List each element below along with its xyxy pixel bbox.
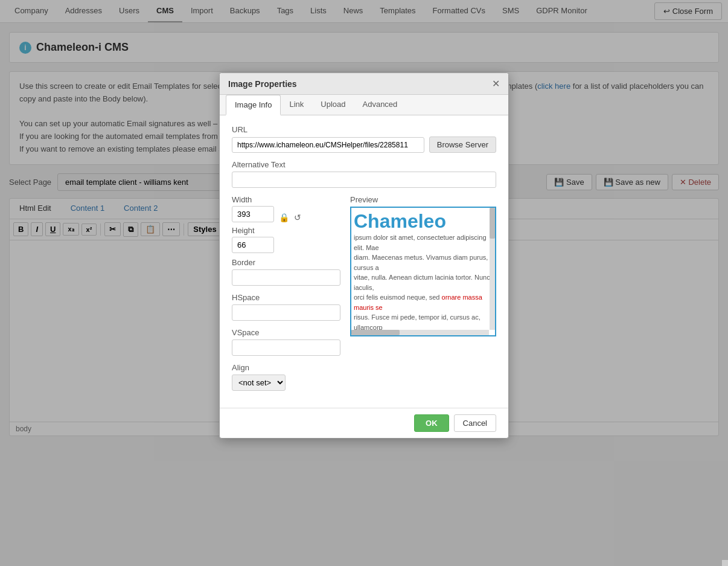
refresh-icon[interactable]: ↺ <box>294 213 301 222</box>
vspace-field-row: VSpace <box>232 328 340 356</box>
height-field: Height <box>232 226 340 253</box>
preview-highlight: ornare massa mauris se <box>354 294 482 311</box>
lock-icon: 🔒 <box>279 213 289 222</box>
modal-overlay: Image Properties ✕ Image Info Link Uploa… <box>0 0 728 445</box>
preview-vscrollbar[interactable] <box>490 208 495 330</box>
width-label: Width <box>232 195 274 204</box>
modal-tab-image-info[interactable]: Image Info <box>226 95 281 115</box>
modal-left-col: Width 🔒 ↺ Height Border <box>232 195 340 398</box>
url-field-row: URL Browse Server <box>232 125 496 153</box>
vspace-label: VSpace <box>232 328 340 337</box>
modal-tab-link[interactable]: Link <box>281 95 312 115</box>
url-row: Browse Server <box>232 137 496 153</box>
width-field: Width <box>232 195 274 222</box>
preview-title: Chameleo <box>354 210 493 233</box>
preview-vscrollbar-thumb <box>490 208 495 239</box>
modal-tabs: Image Info Link Upload Advanced <box>220 95 508 115</box>
hspace-input[interactable] <box>232 304 340 321</box>
ok-button[interactable]: OK <box>414 414 449 432</box>
modal-tab-upload[interactable]: Upload <box>312 95 354 115</box>
modal-header: Image Properties ✕ <box>220 73 508 95</box>
modal-title: Image Properties <box>228 79 297 89</box>
border-input[interactable] <box>232 269 340 286</box>
hspace-label: HSpace <box>232 293 340 302</box>
cancel-button[interactable]: Cancel <box>454 414 496 432</box>
preview-label: Preview <box>350 195 496 204</box>
height-input[interactable] <box>232 237 274 253</box>
alt-text-label: Alternative Text <box>232 160 496 169</box>
url-label: URL <box>232 125 496 134</box>
height-label: Height <box>232 226 340 235</box>
modal-cols: Width 🔒 ↺ Height Border <box>232 195 496 398</box>
modal-footer: OK Cancel <box>220 408 508 438</box>
align-label: Align <box>232 363 340 372</box>
modal-right-col: Preview Chameleo ipsum dolor sit amet, c… <box>350 195 496 398</box>
preview-hscrollbar-thumb <box>351 330 400 335</box>
preview-box: Chameleo ipsum dolor sit amet, consectet… <box>350 207 496 336</box>
modal-close-button[interactable]: ✕ <box>492 78 500 89</box>
border-label: Border <box>232 258 340 267</box>
browse-server-button[interactable]: Browse Server <box>429 137 496 153</box>
image-properties-modal: Image Properties ✕ Image Info Link Uploa… <box>219 72 509 439</box>
alt-text-input[interactable] <box>232 172 496 188</box>
vspace-input[interactable] <box>232 339 340 356</box>
width-input[interactable] <box>232 206 274 222</box>
modal-body: URL Browse Server Alternative Text <box>220 115 508 408</box>
align-field-row: Align <not set> left right center top mi… <box>232 363 340 391</box>
hspace-field-row: HSpace <box>232 293 340 321</box>
url-input[interactable] <box>232 137 424 153</box>
preview-content: Chameleo ipsum dolor sit amet, consectet… <box>351 208 495 335</box>
preview-hscrollbar[interactable] <box>351 330 489 335</box>
alt-text-field-row: Alternative Text <box>232 160 496 188</box>
preview-text: ipsum dolor sit amet, consectetuer adipi… <box>354 233 493 335</box>
align-select[interactable]: <not set> left right center top middle b… <box>232 375 286 391</box>
modal-tab-advanced[interactable]: Advanced <box>354 95 406 115</box>
border-field-row: Border <box>232 258 340 286</box>
width-height-section: Width 🔒 ↺ Height <box>232 195 340 253</box>
